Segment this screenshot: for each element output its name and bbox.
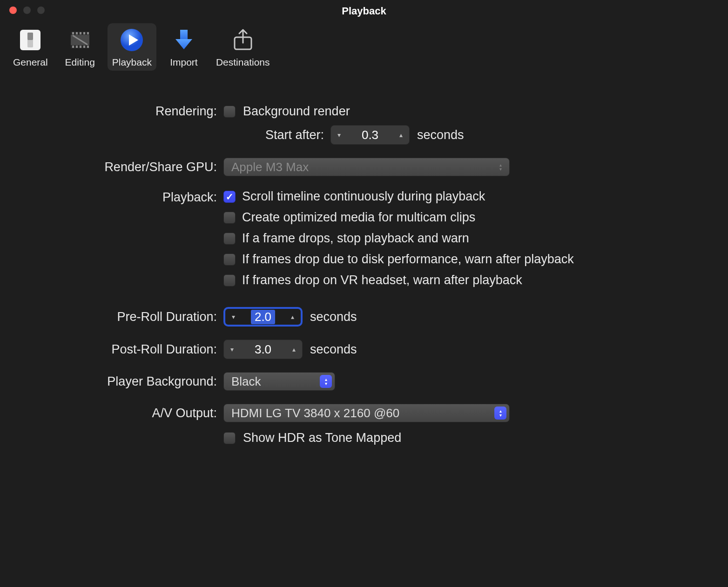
label-player-bg: Player Background: bbox=[19, 374, 223, 389]
tab-playback[interactable]: Playback bbox=[108, 23, 156, 71]
checkbox-scroll-timeline[interactable] bbox=[223, 191, 236, 203]
preferences-window: Playback General bbox=[0, 0, 728, 587]
tab-label: Editing bbox=[65, 57, 95, 68]
checkbox-label: If frames drop on VR headset, warn after… bbox=[242, 273, 522, 287]
window-title: Playback bbox=[342, 5, 386, 17]
stepper-pre-roll[interactable]: ▾ 2.0 ▴ bbox=[223, 307, 303, 327]
minimize-button[interactable] bbox=[23, 7, 31, 14]
option-row: If a frame drops, stop playback and warn bbox=[223, 231, 574, 246]
row-av-output: A/V Output: HDMI LG TV 3840 x 2160 @60 ▴… bbox=[19, 404, 709, 422]
stepper-value: 3.0 bbox=[248, 342, 278, 357]
svg-rect-11 bbox=[72, 46, 74, 48]
maximize-button[interactable] bbox=[37, 7, 45, 14]
preferences-toolbar: General bbox=[0, 19, 728, 77]
option-row: If frames drop due to disk performance, … bbox=[223, 252, 574, 267]
titlebar: Playback bbox=[0, 0, 728, 19]
updown-chevrons-icon: ▴▾ bbox=[494, 407, 506, 420]
chevron-down-icon[interactable]: ▾ bbox=[229, 313, 238, 320]
svg-rect-9 bbox=[83, 32, 85, 34]
svg-rect-13 bbox=[80, 46, 81, 48]
content-area: Rendering: Background render Start after… bbox=[0, 77, 728, 468]
tab-label: Playback bbox=[112, 57, 152, 68]
chevron-up-icon[interactable]: ▴ bbox=[397, 131, 405, 139]
chevron-up-icon[interactable]: ▴ bbox=[288, 313, 297, 320]
tab-editing[interactable]: Editing bbox=[59, 23, 101, 71]
option-row: If frames drop on VR headset, warn after… bbox=[223, 273, 574, 287]
tab-general[interactable]: General bbox=[8, 23, 53, 71]
svg-rect-12 bbox=[76, 46, 78, 48]
label-post-roll: Post-Roll Duration: bbox=[19, 342, 223, 357]
svg-rect-6 bbox=[72, 32, 74, 34]
destinations-icon bbox=[230, 27, 256, 53]
svg-rect-7 bbox=[76, 32, 78, 34]
row-pre-roll: Pre-Roll Duration: ▾ 2.0 ▴ seconds bbox=[19, 307, 709, 327]
updown-chevrons-icon: ▴▾ bbox=[320, 375, 332, 388]
chevron-down-icon[interactable]: ▾ bbox=[335, 131, 344, 139]
updown-chevrons-icon: ▴▾ bbox=[494, 160, 506, 173]
import-icon bbox=[171, 27, 197, 53]
checkbox-vr-warn[interactable] bbox=[223, 274, 236, 287]
svg-rect-2 bbox=[27, 33, 33, 40]
popup-player-bg[interactable]: Black ▴▾ bbox=[223, 372, 335, 391]
popup-av-output[interactable]: HDMI LG TV 3840 x 2160 @60 ▴▾ bbox=[223, 404, 510, 422]
label-playback: Playback: bbox=[19, 189, 223, 205]
playback-icon bbox=[119, 27, 145, 53]
unit-seconds: seconds bbox=[310, 310, 357, 324]
stepper-start-after[interactable]: ▾ 0.3 ▴ bbox=[330, 125, 410, 145]
checkbox-label: If a frame drops, stop playback and warn bbox=[242, 231, 469, 246]
row-rendering: Rendering: Background render bbox=[19, 104, 709, 119]
row-gpu: Render/Share GPU: Apple M3 Max ▴▾ bbox=[19, 158, 709, 176]
svg-rect-19 bbox=[180, 30, 188, 40]
label-start-after: Start after: bbox=[19, 128, 330, 142]
checkbox-frame-drop-stop[interactable] bbox=[223, 233, 236, 245]
row-start-after: Start after: ▾ 0.3 ▴ seconds bbox=[19, 125, 709, 145]
row-playback: Playback: Scroll timeline continuously d… bbox=[19, 189, 709, 294]
tab-label: General bbox=[13, 57, 48, 68]
svg-rect-10 bbox=[87, 32, 89, 34]
editing-icon bbox=[67, 27, 93, 53]
general-icon bbox=[17, 27, 43, 53]
svg-rect-15 bbox=[87, 46, 89, 48]
checkbox-label-background-render: Background render bbox=[243, 104, 350, 119]
option-row: Scroll timeline continuously during play… bbox=[223, 189, 574, 204]
label-rendering: Rendering: bbox=[19, 104, 223, 119]
svg-rect-14 bbox=[83, 46, 85, 48]
svg-rect-8 bbox=[80, 32, 81, 34]
row-player-bg: Player Background: Black ▴▾ bbox=[19, 372, 709, 391]
close-button[interactable] bbox=[9, 7, 17, 14]
checkbox-label: Scroll timeline continuously during play… bbox=[242, 189, 485, 204]
svg-marker-20 bbox=[175, 39, 192, 49]
popup-value: HDMI LG TV 3840 x 2160 @60 bbox=[231, 406, 399, 420]
unit-seconds: seconds bbox=[417, 128, 464, 142]
row-hdr: Show HDR as Tone Mapped bbox=[19, 431, 709, 445]
traffic-lights bbox=[9, 7, 45, 14]
checkbox-label: If frames drop due to disk performance, … bbox=[242, 252, 574, 267]
label-pre-roll: Pre-Roll Duration: bbox=[19, 310, 223, 324]
checkbox-background-render[interactable] bbox=[223, 106, 236, 118]
tab-destinations[interactable]: Destinations bbox=[211, 23, 275, 71]
label-av-output: A/V Output: bbox=[19, 406, 223, 420]
checkbox-optimized-media[interactable] bbox=[223, 212, 236, 224]
popup-value: Apple M3 Max bbox=[231, 160, 309, 174]
checkbox-disk-warn[interactable] bbox=[223, 253, 236, 266]
popup-gpu[interactable]: Apple M3 Max ▴▾ bbox=[223, 158, 510, 176]
tab-label: Import bbox=[170, 57, 198, 68]
checkbox-show-hdr[interactable] bbox=[223, 432, 236, 444]
chevron-down-icon[interactable]: ▾ bbox=[228, 346, 236, 353]
tab-label: Destinations bbox=[216, 57, 270, 68]
label-gpu: Render/Share GPU: bbox=[19, 160, 223, 174]
checkbox-label-hdr: Show HDR as Tone Mapped bbox=[243, 431, 401, 445]
popup-value: Black bbox=[231, 374, 261, 389]
checkbox-label: Create optimized media for multicam clip… bbox=[242, 210, 475, 225]
tab-import[interactable]: Import bbox=[163, 23, 205, 71]
stepper-post-roll[interactable]: ▾ 3.0 ▴ bbox=[223, 340, 303, 359]
stepper-value: 0.3 bbox=[355, 128, 385, 142]
chevron-up-icon[interactable]: ▴ bbox=[290, 346, 298, 353]
row-post-roll: Post-Roll Duration: ▾ 3.0 ▴ seconds bbox=[19, 340, 709, 359]
unit-seconds: seconds bbox=[310, 342, 357, 357]
stepper-value: 2.0 bbox=[251, 310, 275, 324]
option-row: Create optimized media for multicam clip… bbox=[223, 210, 574, 225]
